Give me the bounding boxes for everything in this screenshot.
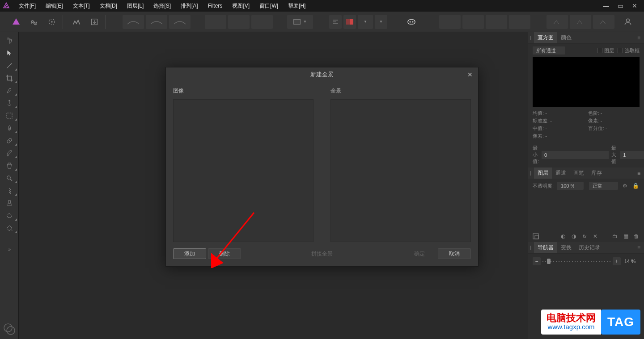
menu-help[interactable]: 帮助[H] [284,0,310,12]
tab-layers[interactable]: 图层 [534,167,552,179]
toolbar-slot2[interactable] [228,15,250,29]
toolbar-splitcolor[interactable] [343,15,356,29]
toolbar-fill-dropdown[interactable]: ▼ [287,15,313,29]
add-button[interactable]: 添加 [173,248,206,259]
persona-develop[interactable] [44,15,60,29]
toolbar-slot1[interactable] [205,15,226,29]
tool-selection-brush[interactable] [1,85,18,96]
panel-menu-icon[interactable]: ≡ [634,168,644,178]
panel-grip-icon[interactable]: || [530,171,530,176]
tool-flood-select[interactable] [1,97,18,109]
panel-grip-icon[interactable]: || [530,245,530,250]
toolbar-curve2[interactable] [146,15,167,29]
menu-window[interactable]: 窗口[W] [255,0,283,12]
toolbar-r1[interactable] [439,15,461,29]
tool-more[interactable]: » [1,245,18,254]
panorama-list[interactable] [330,99,471,242]
tool-crop[interactable] [1,72,18,84]
tool-view[interactable] [1,35,18,46]
menu-select[interactable]: 选择[S] [149,0,175,12]
panel-menu-icon[interactable]: ≡ [634,33,644,43]
fx-icon[interactable]: ◑ [570,232,578,240]
delete-layer-icon[interactable]: 🗑 [632,232,640,240]
tool-clone[interactable] [1,160,18,172]
toolbar-r3[interactable] [486,15,507,29]
adj-icon[interactable]: ◐ [559,232,567,240]
persona-tone[interactable] [68,15,85,29]
add-layer-icon[interactable]: ▦ [622,232,630,240]
close-button[interactable]: ✕ [629,1,640,11]
tab-stock[interactable]: 库存 [588,167,606,179]
toolbar-r2[interactable] [462,15,484,29]
gear-icon[interactable]: ⚙ [621,182,629,190]
images-list[interactable] [173,99,314,242]
tab-navigator[interactable]: 导航器 [534,242,557,253]
cancel-button[interactable]: 取消 [438,248,471,259]
menu-filters[interactable]: Filters [203,1,227,11]
checkbox-layer[interactable]: 图层 [597,47,614,54]
max-input[interactable] [620,151,644,159]
tool-fill[interactable] [1,222,18,234]
panel-menu-icon[interactable]: ≡ [634,243,644,253]
channel-select[interactable]: 所有通道 [533,46,565,54]
persona-liquify[interactable] [26,15,42,29]
zoom-slider[interactable] [542,260,611,262]
tool-healing[interactable] [1,135,18,146]
zoom-in-button[interactable]: + [613,257,621,265]
menu-document[interactable]: 文档[D] [95,0,122,12]
stitch-button[interactable]: 拼接全景 [305,248,339,259]
tab-histogram[interactable]: 直方图 [534,32,557,43]
opacity-select[interactable]: 100 % [557,182,584,190]
toolbar-align[interactable] [329,15,342,29]
min-input[interactable] [542,151,609,159]
crop-icon[interactable]: ✕ [591,232,599,240]
toolbar-e1[interactable] [547,15,568,29]
tool-move[interactable] [1,47,18,59]
tab-transform[interactable]: 变换 [557,242,575,253]
panel-grip-icon[interactable]: || [530,35,530,40]
dialog-close-button[interactable]: ✕ [466,70,475,79]
toolbar-slot3[interactable] [251,15,273,29]
checkbox-selection[interactable]: 选取框 [618,47,640,54]
account-icon[interactable] [620,15,636,29]
delete-button[interactable]: 删除 [208,248,241,259]
fx-text-icon[interactable]: fx [580,232,589,240]
persona-photo[interactable] [8,15,24,29]
tool-smudge[interactable] [1,185,18,197]
menu-layer[interactable]: 图层[L] [123,0,148,12]
tool-color-picker[interactable] [1,60,18,71]
lock-icon[interactable]: 🔒 [631,182,640,190]
tab-color[interactable]: 颜色 [557,32,575,43]
minimize-button[interactable]: — [600,1,612,11]
toolbar-e2[interactable] [570,15,591,29]
persona-export[interactable] [86,15,102,29]
menu-view[interactable]: 视图[V] [228,0,254,12]
maximize-button[interactable]: ▭ [614,1,626,11]
tab-channels[interactable]: 通道 [552,167,570,179]
menu-text[interactable]: 文本[T] [68,0,94,12]
toolbar-curve3[interactable] [169,15,191,29]
blend-select[interactable]: 正常 [589,182,618,190]
folder-icon[interactable]: 🗀 [611,232,619,240]
toolbar-e3[interactable] [593,15,614,29]
zoom-out-button[interactable]: − [533,257,541,265]
menu-arrange[interactable]: 排列[A] [176,0,203,12]
tool-dodge[interactable] [1,172,18,184]
ok-button[interactable]: 确定 [403,248,436,259]
toolbar-curve1[interactable] [123,15,144,29]
tab-history[interactable]: 历史记录 [575,242,604,253]
menu-file[interactable]: 文件[F] [14,0,40,12]
tab-brushes[interactable]: 画笔 [570,167,588,179]
assistant-icon[interactable] [403,15,419,29]
tool-stamp[interactable] [1,197,18,209]
tool-marquee[interactable] [1,110,18,121]
toolbar-extra[interactable]: ▼ [375,15,387,29]
tool-pen[interactable] [1,122,18,134]
tool-paintbrush[interactable] [1,147,18,159]
mask-icon[interactable] [532,232,540,240]
tool-erase[interactable] [1,210,18,222]
menu-edit[interactable]: 编辑[E] [41,0,68,12]
color-swatch[interactable] [1,319,18,339]
toolbar-blend[interactable]: ▼ [358,15,373,29]
toolbar-r4[interactable] [509,15,530,29]
